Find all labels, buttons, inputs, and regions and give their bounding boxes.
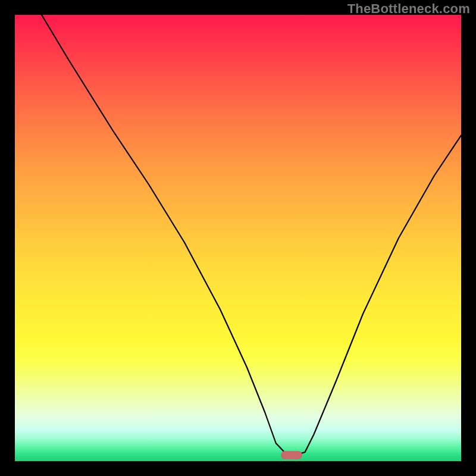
- curve-svg: [15, 15, 461, 461]
- optimal-marker: [281, 451, 302, 459]
- plot-area: [15, 15, 461, 461]
- chart-frame: TheBottleneck.com: [0, 0, 476, 476]
- watermark-text: TheBottleneck.com: [347, 1, 470, 17]
- bottleneck-curve: [42, 15, 461, 455]
